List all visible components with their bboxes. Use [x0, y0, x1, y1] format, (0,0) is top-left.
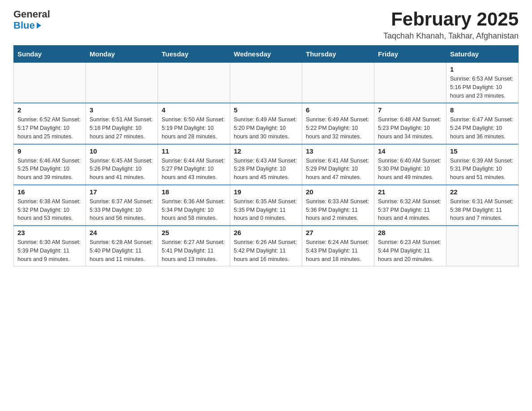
calendar-cell: 17Sunrise: 6:37 AM Sunset: 5:33 PM Dayli…	[86, 185, 158, 226]
day-info: Sunrise: 6:37 AM Sunset: 5:33 PM Dayligh…	[90, 197, 154, 223]
day-info: Sunrise: 6:45 AM Sunset: 5:26 PM Dayligh…	[90, 157, 154, 182]
day-info: Sunrise: 6:32 AM Sunset: 5:37 PM Dayligh…	[378, 197, 442, 223]
calendar-cell: 1Sunrise: 6:53 AM Sunset: 5:16 PM Daylig…	[446, 63, 519, 103]
day-info: Sunrise: 6:33 AM Sunset: 5:36 PM Dayligh…	[306, 197, 370, 223]
weekday-header-saturday: Saturday	[446, 46, 519, 63]
day-number: 19	[234, 188, 298, 196]
day-number: 1	[450, 65, 515, 73]
calendar-cell: 9Sunrise: 6:46 AM Sunset: 5:25 PM Daylig…	[14, 144, 86, 185]
calendar-cell	[302, 63, 374, 103]
day-info: Sunrise: 6:43 AM Sunset: 5:28 PM Dayligh…	[234, 157, 298, 182]
day-info: Sunrise: 6:49 AM Sunset: 5:22 PM Dayligh…	[306, 116, 370, 141]
page-header: General Blue February 2025 Taqchah Khana…	[13, 9, 519, 41]
day-info: Sunrise: 6:40 AM Sunset: 5:30 PM Dayligh…	[378, 157, 442, 182]
day-info: Sunrise: 6:53 AM Sunset: 5:16 PM Dayligh…	[450, 75, 515, 100]
calendar-cell: 21Sunrise: 6:32 AM Sunset: 5:37 PM Dayli…	[374, 185, 446, 226]
day-number: 17	[90, 188, 154, 196]
day-number: 12	[234, 147, 298, 155]
day-info: Sunrise: 6:48 AM Sunset: 5:23 PM Dayligh…	[378, 116, 442, 141]
calendar-cell: 24Sunrise: 6:28 AM Sunset: 5:40 PM Dayli…	[86, 226, 158, 266]
calendar-cell: 6Sunrise: 6:49 AM Sunset: 5:22 PM Daylig…	[302, 103, 374, 144]
day-info: Sunrise: 6:50 AM Sunset: 5:19 PM Dayligh…	[162, 116, 226, 141]
month-title: February 2025	[383, 9, 519, 30]
calendar-cell: 11Sunrise: 6:44 AM Sunset: 5:27 PM Dayli…	[158, 144, 230, 185]
calendar-cell	[14, 63, 86, 103]
calendar-week-4: 23Sunrise: 6:30 AM Sunset: 5:39 PM Dayli…	[14, 226, 519, 266]
weekday-header-sunday: Sunday	[14, 46, 86, 63]
calendar-cell: 23Sunrise: 6:30 AM Sunset: 5:39 PM Dayli…	[14, 226, 86, 266]
day-info: Sunrise: 6:36 AM Sunset: 5:34 PM Dayligh…	[162, 197, 226, 223]
weekday-header-tuesday: Tuesday	[158, 46, 230, 63]
day-info: Sunrise: 6:35 AM Sunset: 5:35 PM Dayligh…	[234, 197, 298, 223]
day-info: Sunrise: 6:38 AM Sunset: 5:32 PM Dayligh…	[17, 197, 82, 223]
weekday-header-wednesday: Wednesday	[230, 46, 302, 63]
calendar-cell: 8Sunrise: 6:47 AM Sunset: 5:24 PM Daylig…	[446, 103, 519, 144]
calendar-week-0: 1Sunrise: 6:53 AM Sunset: 5:16 PM Daylig…	[14, 63, 519, 103]
logo-blue-text: Blue	[13, 20, 41, 31]
day-number: 5	[234, 106, 298, 114]
day-number: 25	[162, 229, 226, 236]
day-info: Sunrise: 6:28 AM Sunset: 5:40 PM Dayligh…	[90, 238, 154, 263]
day-info: Sunrise: 6:31 AM Sunset: 5:38 PM Dayligh…	[450, 197, 515, 223]
calendar-cell: 16Sunrise: 6:38 AM Sunset: 5:32 PM Dayli…	[14, 185, 86, 226]
day-number: 22	[450, 188, 515, 196]
calendar-cell: 14Sunrise: 6:40 AM Sunset: 5:30 PM Dayli…	[374, 144, 446, 185]
calendar-cell: 10Sunrise: 6:45 AM Sunset: 5:26 PM Dayli…	[86, 144, 158, 185]
day-number: 16	[17, 188, 82, 196]
weekday-header-friday: Friday	[374, 46, 446, 63]
calendar-cell	[446, 226, 519, 266]
calendar-cell: 3Sunrise: 6:51 AM Sunset: 5:18 PM Daylig…	[86, 103, 158, 144]
day-info: Sunrise: 6:27 AM Sunset: 5:41 PM Dayligh…	[162, 238, 226, 263]
day-number: 3	[90, 106, 154, 114]
day-number: 23	[17, 229, 82, 236]
calendar-cell: 18Sunrise: 6:36 AM Sunset: 5:34 PM Dayli…	[158, 185, 230, 226]
calendar-cell: 22Sunrise: 6:31 AM Sunset: 5:38 PM Dayli…	[446, 185, 519, 226]
day-info: Sunrise: 6:39 AM Sunset: 5:31 PM Dayligh…	[450, 157, 515, 182]
day-number: 14	[378, 147, 442, 155]
weekday-header-row: SundayMondayTuesdayWednesdayThursdayFrid…	[14, 46, 519, 63]
day-number: 13	[306, 147, 370, 155]
day-number: 24	[90, 229, 154, 236]
calendar-cell: 20Sunrise: 6:33 AM Sunset: 5:36 PM Dayli…	[302, 185, 374, 226]
day-info: Sunrise: 6:44 AM Sunset: 5:27 PM Dayligh…	[162, 157, 226, 182]
day-number: 27	[306, 229, 370, 236]
day-number: 11	[162, 147, 226, 155]
calendar-cell: 13Sunrise: 6:41 AM Sunset: 5:29 PM Dayli…	[302, 144, 374, 185]
logo-general-text: General	[13, 9, 50, 20]
calendar-cell	[158, 63, 230, 103]
location-subtitle: Taqchah Khanah, Takhar, Afghanistan	[383, 31, 519, 41]
calendar-cell: 25Sunrise: 6:27 AM Sunset: 5:41 PM Dayli…	[158, 226, 230, 266]
calendar-cell: 5Sunrise: 6:49 AM Sunset: 5:20 PM Daylig…	[230, 103, 302, 144]
day-number: 10	[90, 147, 154, 155]
day-info: Sunrise: 6:52 AM Sunset: 5:17 PM Dayligh…	[17, 116, 82, 141]
day-info: Sunrise: 6:49 AM Sunset: 5:20 PM Dayligh…	[234, 116, 298, 141]
calendar-week-2: 9Sunrise: 6:46 AM Sunset: 5:25 PM Daylig…	[14, 144, 519, 185]
day-number: 21	[378, 188, 442, 196]
calendar-cell: 15Sunrise: 6:39 AM Sunset: 5:31 PM Dayli…	[446, 144, 519, 185]
day-number: 9	[17, 147, 82, 155]
calendar-cell: 27Sunrise: 6:24 AM Sunset: 5:43 PM Dayli…	[302, 226, 374, 266]
day-info: Sunrise: 6:23 AM Sunset: 5:44 PM Dayligh…	[378, 238, 442, 263]
day-number: 8	[450, 106, 515, 114]
day-info: Sunrise: 6:30 AM Sunset: 5:39 PM Dayligh…	[17, 238, 82, 263]
day-number: 6	[306, 106, 370, 114]
calendar-cell: 2Sunrise: 6:52 AM Sunset: 5:17 PM Daylig…	[14, 103, 86, 144]
day-number: 15	[450, 147, 515, 155]
calendar-cell: 7Sunrise: 6:48 AM Sunset: 5:23 PM Daylig…	[374, 103, 446, 144]
day-number: 20	[306, 188, 370, 196]
calendar-cell: 26Sunrise: 6:26 AM Sunset: 5:42 PM Dayli…	[230, 226, 302, 266]
day-number: 28	[378, 229, 442, 236]
calendar-cell	[86, 63, 158, 103]
logo: General Blue	[13, 9, 50, 31]
day-number: 26	[234, 229, 298, 236]
calendar-table: SundayMondayTuesdayWednesdayThursdayFrid…	[13, 45, 519, 266]
calendar-week-1: 2Sunrise: 6:52 AM Sunset: 5:17 PM Daylig…	[14, 103, 519, 144]
logo-arrow-icon	[37, 22, 41, 29]
calendar-cell: 28Sunrise: 6:23 AM Sunset: 5:44 PM Dayli…	[374, 226, 446, 266]
weekday-header-thursday: Thursday	[302, 46, 374, 63]
calendar-cell: 4Sunrise: 6:50 AM Sunset: 5:19 PM Daylig…	[158, 103, 230, 144]
day-number: 18	[162, 188, 226, 196]
title-section: February 2025 Taqchah Khanah, Takhar, Af…	[383, 9, 519, 41]
calendar-cell: 12Sunrise: 6:43 AM Sunset: 5:28 PM Dayli…	[230, 144, 302, 185]
calendar-cell	[230, 63, 302, 103]
